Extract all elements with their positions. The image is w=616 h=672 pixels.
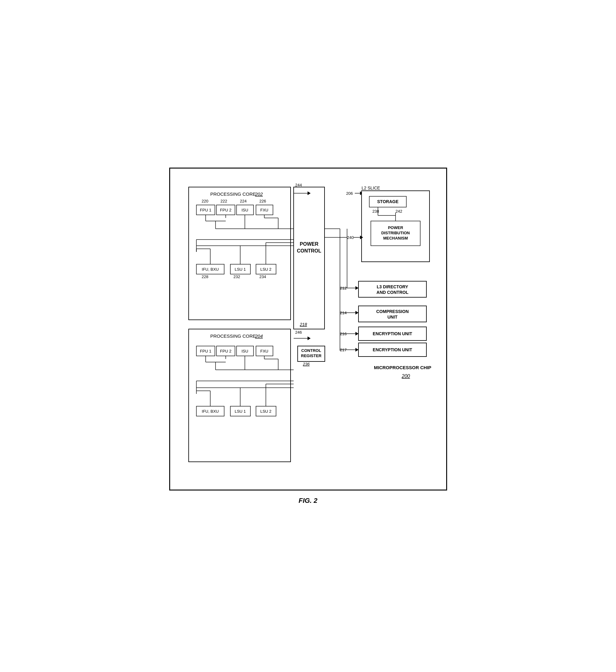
storage-box: STORAGE (377, 199, 398, 204)
core2-number: 204 (255, 333, 263, 339)
l2-slice-label: L2 SLICE (362, 186, 380, 190)
svg-rect-72 (359, 281, 427, 297)
fpu2-box-c1: FPU 2 (220, 208, 231, 212)
fpu2-label-c1: 222 (220, 199, 227, 203)
core1-number: 202 (255, 191, 263, 197)
fxu-box-c1: FXU (260, 208, 268, 212)
lsu1-box-c2: LSU 1 (234, 409, 245, 414)
svg-rect-59 (293, 187, 325, 329)
connector-244: 244 (295, 183, 302, 187)
fpu1-label-c1: 220 (202, 199, 208, 203)
arrow-246 (307, 336, 311, 340)
l3-label1: L3 DIRECTORY (377, 284, 409, 289)
control-reg-label1: CONTROL (301, 348, 321, 353)
ifu-bxu-box-c2: IFU, BXU (202, 409, 218, 414)
l3-label2: AND CONTROL (377, 290, 409, 295)
microprocessor-label: MICROPROCESSOR CHIP (374, 365, 431, 370)
arrow-216 (356, 332, 359, 336)
fpu1-box-c1: FPU 1 (200, 208, 211, 212)
compression-label1: COMPRESSION (376, 309, 409, 314)
connector-240: 240 (347, 235, 354, 240)
power-dist-number: 242 (396, 209, 402, 214)
svg-rect-74 (359, 306, 427, 322)
power-control-label2: CONTROL (297, 248, 321, 253)
control-reg-label2: REGISTER (301, 353, 322, 358)
l2-number: 206 (346, 191, 353, 196)
isu-box-c2: ISU (241, 349, 248, 353)
arrow-217 (356, 348, 359, 352)
diagram-svg: PROCESSING CORE 202 220 222 224 226 FPU … (179, 178, 439, 480)
fxu-box-c2: FXU (260, 349, 268, 353)
lsu2-box-c1: LSU 2 (260, 267, 271, 272)
power-control-number: 218 (299, 322, 307, 327)
power-dist-label2: DISTRIBUTION (381, 231, 410, 235)
microprocessor-number: 200 (402, 374, 410, 379)
enc1-label: ENCRYPTION UNIT (373, 331, 412, 336)
core1-label: PROCESSING CORE (210, 191, 256, 197)
lsu1-box-c1: LSU 1 (234, 267, 245, 272)
lsu2-num-c1: 234 (259, 274, 266, 279)
power-control-label1: POWER (299, 241, 319, 247)
arrow-212 (356, 286, 359, 290)
arrow-214 (356, 311, 359, 315)
connector-246: 246 (295, 330, 302, 335)
compression-label2: UNIT (387, 315, 398, 319)
control-reg-number: 236 (302, 362, 310, 366)
isu-box-c1: ISU (241, 208, 248, 212)
lsu1-num-c1: 232 (233, 274, 240, 279)
outer-border: PROCESSING CORE 202 220 222 224 226 FPU … (169, 168, 447, 490)
fpu1-box-c2: FPU 1 (200, 349, 211, 353)
page-container: PROCESSING CORE 202 220 222 224 226 FPU … (169, 168, 447, 505)
fxu-label-c1: 226 (259, 199, 266, 203)
core2-label: PROCESSING CORE (210, 333, 256, 339)
ifu-bxu-num-c1: 228 (202, 274, 208, 279)
ifu-bxu-box-c1: IFU, BXU (202, 267, 218, 272)
enc2-label: ENCRYPTION UNIT (373, 347, 412, 352)
isu-label-c1: 224 (240, 199, 247, 203)
power-dist-label3: MECHANISM (383, 236, 408, 240)
fpu2-box-c2: FPU 2 (220, 349, 231, 353)
power-dist-label1: POWER (388, 225, 403, 230)
fig-label: FIG. 2 (298, 497, 318, 505)
lsu2-box-c2: LSU 2 (260, 409, 271, 414)
